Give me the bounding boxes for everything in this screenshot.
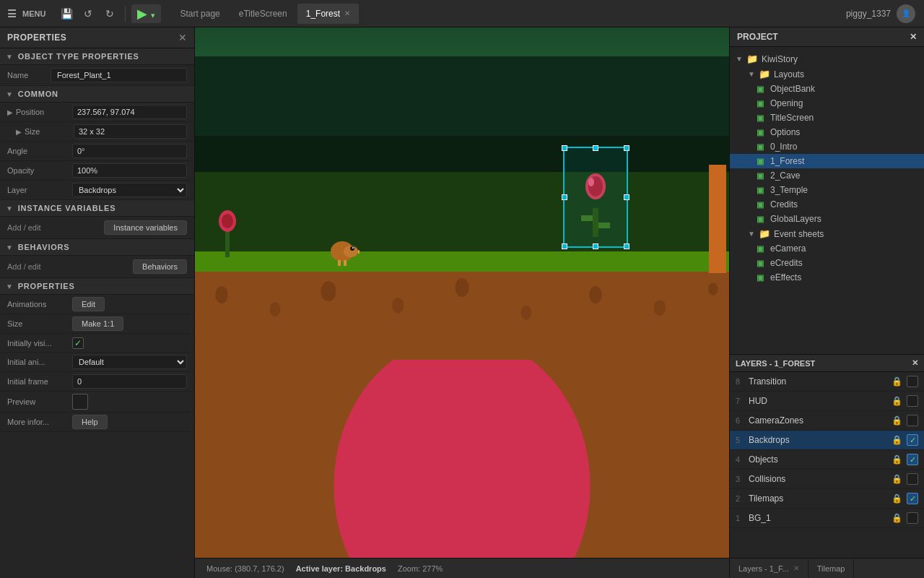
tab-start-page[interactable]: Start page [171, 4, 228, 24]
vis-check-6[interactable] [907, 415, 918, 426]
position-value[interactable]: 237.567, 97.074 [72, 105, 187, 119]
initial-ani-select[interactable]: Default [72, 355, 187, 369]
initially-vis-checkbox[interactable]: ✓ [72, 337, 84, 349]
layer-row-4[interactable]: 4 Objects 🔒 ✓ [730, 450, 924, 470]
vis-check-5[interactable]: ✓ [907, 434, 918, 446]
layer-row-6[interactable]: 6 CameraZones 🔒 [730, 411, 924, 431]
tree-layout-titlescreen[interactable]: ▣ TitleScreen [730, 111, 924, 125]
layouts-arrow-icon: ▼ [748, 70, 755, 78]
vis-check-1[interactable] [907, 512, 918, 524]
layer-row-1[interactable]: 1 BG_1 🔒 [730, 509, 924, 528]
section-behaviors[interactable]: ▼ BEHAVIORS [0, 239, 194, 256]
properties-close-icon[interactable]: ✕ [178, 32, 187, 43]
tree-layout-objectbank[interactable]: ▣ ObjectBank [730, 82, 924, 96]
layer-select[interactable]: Backdrops Objects HUD Transition [72, 183, 187, 197]
layout-icon-opening: ▣ [757, 99, 764, 108]
section-object-type[interactable]: ▼ OBJECT TYPE PROPERTIES [0, 48, 194, 65]
section-common[interactable]: ▼ COMMON [0, 86, 194, 103]
tree-layout-0intro[interactable]: ▣ 0_Intro [730, 139, 924, 154]
size-value[interactable]: 32 x 32 [74, 124, 187, 139]
bottom-tab-layers-close[interactable]: ✕ [793, 564, 799, 572]
game-canvas[interactable] [195, 27, 729, 558]
initial-frame-row: Initial frame 0 [0, 372, 194, 392]
tree-event-sheets-folder[interactable]: ▼ 📁 Event sheets [730, 226, 924, 241]
bottom-tab-tilemap[interactable]: Tilemap [808, 558, 855, 578]
tab-etitlescreen[interactable]: eTitleScreen [230, 4, 296, 24]
make-1to1-button[interactable]: Make 1:1 [72, 316, 123, 331]
vis-check-8[interactable] [907, 376, 918, 387]
tab-close-icon[interactable]: ✕ [344, 9, 350, 17]
initially-vis-row: Initially visi... ✓ [0, 334, 194, 353]
svg-point-5 [588, 178, 594, 186]
animations-edit-button[interactable]: Edit [72, 297, 105, 311]
status-bar: Mouse: (380.7, 176.2) Active layer: Back… [195, 558, 729, 578]
project-close-icon[interactable]: ✕ [910, 32, 917, 42]
bottom-tab-layers[interactable]: Layers - 1_F... ✕ [730, 558, 808, 578]
bottom-tab-layers-label: Layers - 1_F... [738, 564, 789, 573]
layer-row-2[interactable]: 2 Tilemaps 🔒 ✓ [730, 489, 924, 509]
layer-row-5[interactable]: 5 Backdrops 🔒 ✓ [730, 431, 924, 450]
preview-label: Preview [7, 397, 72, 406]
section-label-instance: INSTANCE VARIABLES [18, 204, 116, 212]
layout-label-options: Options [770, 127, 800, 137]
layer-num-6: 6 [736, 416, 744, 425]
section-properties[interactable]: ▼ PROPERTIES [0, 278, 194, 295]
save-button[interactable]: 💾 [57, 4, 76, 23]
lock-icon-8: 🔒 [892, 376, 902, 387]
menu-button[interactable]: ☰ MENU [0, 8, 53, 20]
vis-check-7[interactable] [907, 395, 918, 407]
tree-layout-globallayers[interactable]: ▣ GlobalLayers [730, 212, 924, 226]
svg-point-25 [589, 286, 602, 303]
tree-layout-3temple[interactable]: ▣ 3_Temple [730, 183, 924, 197]
layout-icon-credits: ▣ [757, 200, 764, 210]
canvas-area[interactable] [195, 27, 729, 558]
help-button[interactable]: Help [72, 415, 108, 429]
tree-event-ecamera[interactable]: ▣ eCamera [730, 241, 924, 256]
sky-bg [195, 27, 729, 60]
opacity-value[interactable]: 100% [72, 163, 187, 178]
behaviors-button[interactable]: Behaviors [133, 259, 187, 274]
tree-layout-2cave[interactable]: ▣ 2_Cave [730, 168, 924, 183]
layer-row-3[interactable]: 3 Collisions 🔒 [730, 470, 924, 489]
lock-icon-7: 🔒 [892, 396, 902, 406]
tree-layout-options[interactable]: ▣ Options [730, 125, 924, 139]
tree-layout-credits[interactable]: ▣ Credits [730, 197, 924, 212]
sel-handle-mr [624, 194, 629, 200]
lock-icon-4: 🔒 [892, 454, 902, 465]
tree-event-eeffects[interactable]: ▣ eEffects [730, 270, 924, 285]
svg-point-26 [654, 300, 666, 316]
svg-point-27 [708, 282, 718, 296]
event-label-eeffects: eEffects [770, 272, 801, 282]
initial-ani-row: Initial ani... Default [0, 353, 194, 372]
tab-1forest[interactable]: 1_Forest ✕ [297, 4, 359, 24]
position-label: Position [16, 108, 44, 116]
tree-layout-opening[interactable]: ▣ Opening [730, 96, 924, 111]
layout-icon-titlescreen: ▣ [757, 113, 764, 123]
layers-close-icon[interactable]: ✕ [912, 358, 918, 368]
layer-num-4: 4 [736, 455, 744, 464]
undo-button[interactable]: ↺ [79, 4, 97, 23]
initial-frame-value[interactable]: 0 [72, 374, 187, 389]
sel-handle-tr [624, 145, 629, 151]
vis-check-4[interactable]: ✓ [907, 454, 918, 465]
tree-layout-1forest[interactable]: ▣ 1_Forest [730, 154, 924, 168]
tree-root[interactable]: ▼ 📁 KiwiStory [730, 51, 924, 66]
tree-event-ecredits[interactable]: ▣ eCredits [730, 256, 924, 270]
tabs-area: Start page eTitleScreen 1_Forest ✕ [165, 4, 837, 24]
angle-value[interactable]: 0° [72, 144, 187, 158]
instance-vars-button[interactable]: Instance variables [104, 220, 187, 235]
name-row: Name [0, 65, 194, 86]
redo-button[interactable]: ↻ [100, 4, 119, 23]
project-title-bar: PROJECT ✕ [730, 27, 924, 47]
user-avatar[interactable]: 👤 [897, 4, 915, 23]
section-instance-vars[interactable]: ▼ INSTANCE VARIABLES [0, 200, 194, 217]
vis-check-3[interactable] [907, 473, 918, 485]
layer-row-8[interactable]: 8 Transition 🔒 [730, 372, 924, 392]
section-label-obj: OBJECT TYPE PROPERTIES [18, 52, 139, 61]
preview-swatch [72, 394, 88, 410]
layer-row-7[interactable]: 7 HUD 🔒 [730, 392, 924, 411]
play-button[interactable]: ▶ ▾ [131, 4, 161, 23]
vis-check-2[interactable]: ✓ [907, 493, 918, 504]
name-input[interactable] [51, 68, 187, 82]
tree-layouts-folder[interactable]: ▼ 📁 Layouts [730, 66, 924, 82]
